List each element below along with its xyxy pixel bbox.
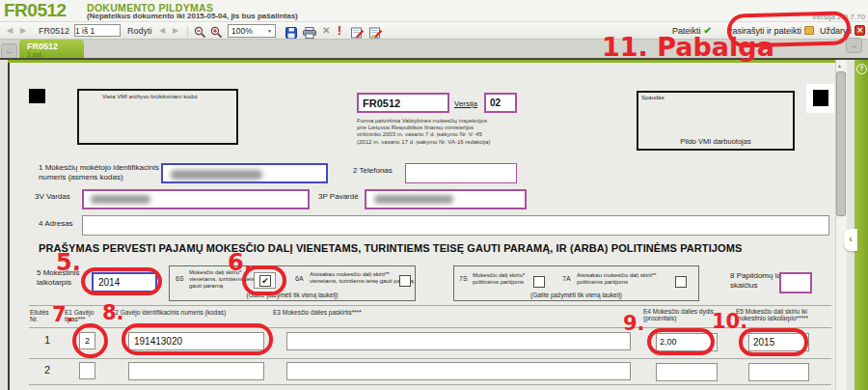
taxpayer-id-input[interactable] — [161, 163, 328, 183]
checkbox-6a[interactable] — [399, 275, 411, 287]
zoom-in-icon[interactable] — [210, 24, 223, 41]
annotation-step10: 10. — [712, 310, 747, 333]
certificate-icon — [804, 26, 814, 35]
field1-label: 1 Mokesčių mokėtojo identifikacinis nume… — [39, 163, 159, 181]
row2-e3-input[interactable] — [286, 362, 631, 380]
request-title: PRAŠYMAS PERVESTI PAJAMŲ MOKESČIO DALĮ V… — [39, 242, 831, 254]
app-header: FR0512 DOKUMENTO PILDYMAS (Nepateikus do… — [0, 0, 868, 21]
row1-number: 1 — [44, 334, 50, 346]
annotation-step5: 5. — [56, 249, 81, 276]
field6s-code: 6S — [176, 275, 184, 282]
help-icon[interactable]: ? — [856, 64, 867, 74]
row1-e3-input[interactable] — [286, 332, 631, 350]
row1-e5-input[interactable]: 2015 — [748, 333, 809, 351]
scrollbar-thumb[interactable] — [836, 71, 846, 216]
col-header-e2: E2 Gavėjo identifikacinis numeris (kodas… — [111, 309, 226, 316]
field7a-label: Atsisakau mokesčio dalį skirti** politin… — [577, 272, 657, 286]
tabs-scroll-left-button[interactable]: ← — [1, 43, 17, 59]
warning-icon[interactable]: ! — [338, 22, 341, 39]
last-name-input[interactable] — [365, 189, 527, 209]
address-input[interactable] — [82, 215, 829, 236]
version-label: Versija 2.0.7.70 — [812, 13, 865, 21]
col-header-nr: Eilutės Nr. — [30, 309, 49, 322]
field7s-code: 7S — [459, 275, 468, 282]
row1-e2-input[interactable]: 191413020 — [128, 332, 264, 350]
field3v-label: 3V Vardas — [35, 192, 70, 202]
table-line-top — [29, 305, 831, 306]
table-line-bottom — [29, 384, 831, 385]
form-code-field[interactable]: FR0512 — [357, 93, 449, 113]
stamp-note: Pildo VMI darbuotojas — [638, 137, 793, 146]
annotation-step7: 7. — [52, 303, 74, 326]
print-icon[interactable] — [303, 24, 316, 41]
stamp-label: Spaudas — [641, 95, 665, 101]
toolbar-form-label: FR0512 — [39, 22, 69, 39]
dropdown-arrow-icon: ▼ — [267, 25, 272, 38]
barcode-area-label: Vieta VMI archyvo brūkšniniam kodui — [102, 94, 218, 100]
fiducial-square-right — [813, 90, 828, 106]
show-label: Rodyti — [127, 22, 152, 39]
annotation-step9: 9. — [623, 312, 645, 335]
close-button[interactable]: Uždaryti ✕ — [820, 22, 865, 39]
group6-box: 6S Mokesčio dalį skiriu* vienetams, turi… — [169, 265, 416, 301]
table-line-row1 — [29, 358, 831, 359]
group6-note: (Galite pažymėti tik vieną laukelį) — [170, 292, 415, 298]
field3p-label: 3P Pavardė — [318, 192, 359, 202]
row2-e2-input[interactable] — [128, 362, 264, 380]
collapse-panel-icon[interactable]: ‹ — [844, 229, 857, 251]
col-header-e3: E3 Mokesčio dalies paskirtis**** — [273, 309, 362, 316]
field4-label: 4 Adresas — [39, 219, 73, 229]
group7-note: (Galite pažymėti tik vieną laukelį) — [454, 292, 698, 298]
tax-period-input[interactable]: 2014 — [92, 272, 157, 292]
side-panel-bar — [854, 60, 868, 390]
annotation-step11: 11. Pabaiga — [602, 32, 774, 62]
edit-form-alt-icon[interactable] — [369, 24, 383, 41]
scrollbar-up-icon[interactable]: ▲ — [837, 63, 842, 69]
checkbox6s-cell: ✔ — [254, 272, 276, 289]
row1-e4-input[interactable]: 2,00 — [656, 333, 718, 351]
barcode-area-box: Vieta VMI archyvo brūkšniniam kodui — [77, 89, 238, 145]
field7a-code: 7A — [562, 275, 571, 282]
redacted-first-name — [91, 195, 150, 204]
close-x-icon: ✕ — [854, 25, 865, 36]
tab-page-count: 1 psl. — [27, 51, 84, 58]
row2-number: 2 — [44, 364, 50, 376]
toolbar-separator: | — [186, 22, 189, 39]
row2-e1-input[interactable] — [79, 362, 95, 379]
tab-fr0512[interactable]: FR0512 1 psl. — [19, 40, 84, 60]
checkbox-7a[interactable] — [675, 276, 687, 288]
nav-forward-icon[interactable]: ▶ — [173, 22, 178, 39]
zoom-out-icon[interactable] — [194, 24, 206, 41]
page-subtitle: (Nepateikus dokumento iki 2015-05-04, ji… — [87, 12, 298, 20]
close-label: Uždaryti — [820, 26, 852, 36]
approval-text: Forma patvirtinta Valstybinės mokesčių i… — [357, 118, 490, 146]
phone-input[interactable] — [405, 163, 517, 183]
annotation-step8: 8. — [102, 301, 124, 324]
field7s-label: Mokesčio dalį skiriu* politinėms partijo… — [473, 272, 525, 286]
redacted-last-name — [374, 195, 453, 204]
zoom-level-value: 100% — [231, 25, 253, 38]
annotation-step6: 6. — [228, 249, 253, 276]
field6a-code: 6A — [295, 275, 304, 282]
first-page-icon[interactable]: ◀ — [7, 22, 13, 39]
extra-pages-input[interactable] — [779, 272, 812, 293]
first-name-input[interactable] — [82, 189, 310, 209]
prev-page-icon[interactable]: ▶ — [20, 22, 26, 39]
form-version-field[interactable]: 02 — [484, 93, 517, 113]
edit-form-icon[interactable] — [351, 24, 365, 41]
save-icon[interactable] — [285, 24, 297, 41]
group7-box: 7S Mokesčio dalį skiriu* politinėms part… — [453, 265, 699, 301]
field2-label: 2 Telefonas — [353, 166, 393, 176]
row2-e5-input[interactable] — [748, 363, 809, 381]
page-number-input[interactable]: 1 iš 1 — [74, 24, 121, 37]
col-header-e4: E4 Mokesčio dalies dydis (procentais) — [643, 308, 714, 321]
delete-icon[interactable]: ✕ — [322, 22, 330, 39]
tabs-scroll-right-button[interactable]: → — [846, 38, 862, 53]
row1-e1-input[interactable]: 2 — [79, 332, 95, 349]
row2-e4-input[interactable] — [656, 363, 718, 381]
nav-back-icon[interactable]: ◀ — [159, 22, 165, 39]
checkbox-6s[interactable]: ✔ — [259, 275, 271, 287]
versija-label: Versija — [454, 99, 477, 108]
checkbox-7s[interactable] — [533, 276, 545, 288]
zoom-level-select[interactable]: 100% ▼ — [228, 24, 276, 38]
